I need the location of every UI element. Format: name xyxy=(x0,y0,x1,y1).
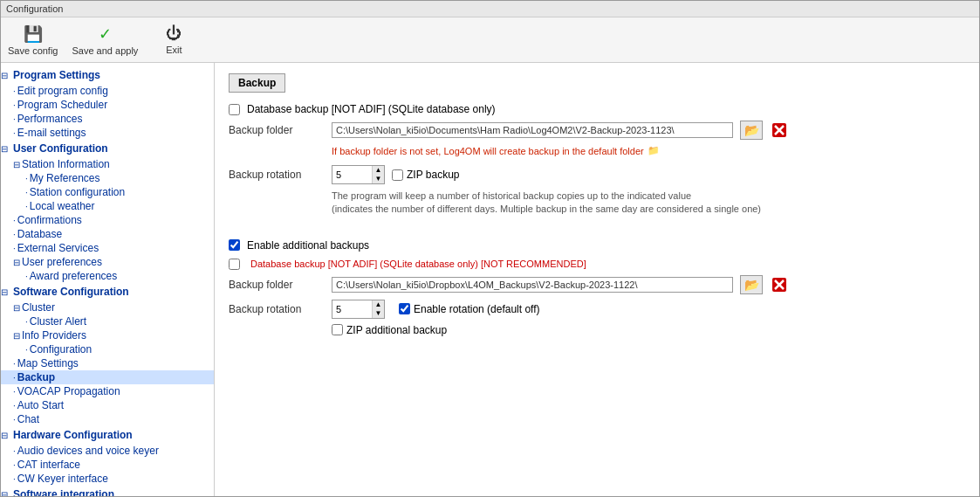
sidebar-item-hardware-configuration[interactable]: ⊟ Hardware Configuration xyxy=(1,426,214,444)
hint-text: If backup folder is not set, Log4OM will… xyxy=(332,145,965,156)
sidebar-label-cw-keyer[interactable]: CW Keyer interface xyxy=(17,473,108,485)
sidebar-label-audio-devices[interactable]: Audio devices and voice keyer xyxy=(17,445,159,457)
sidebar-label-my-references[interactable]: My References xyxy=(30,172,100,184)
sidebar-label-auto-start[interactable]: Auto Start xyxy=(17,399,64,411)
spin-down-button[interactable]: ▼ xyxy=(372,175,384,183)
sidebar-label-user-configuration[interactable]: User Configuration xyxy=(10,141,112,156)
sidebar-item-local-weather[interactable]: · Local weather xyxy=(1,199,214,213)
sidebar-label-configuration[interactable]: Configuration xyxy=(30,343,92,355)
sidebar-label-backup[interactable]: Backup xyxy=(17,371,55,383)
enable-additional-label: Enable additional backups xyxy=(247,239,369,252)
db-backup-checkbox[interactable] xyxy=(229,104,240,115)
sidebar-item-station-configuration[interactable]: · Station configuration xyxy=(1,185,214,199)
sidebar-label-local-weather[interactable]: Local weather xyxy=(30,200,95,212)
save-config-button[interactable]: 💾 Save config xyxy=(8,24,58,56)
sidebar-item-auto-start[interactable]: · Auto Start xyxy=(1,398,214,412)
sidebar-item-program-settings[interactable]: ⊟ Program Settings xyxy=(1,66,214,84)
tree-dot-icon: · xyxy=(13,387,16,397)
sidebar-item-audio-devices[interactable]: · Audio devices and voice keyer xyxy=(1,444,214,458)
save-apply-button[interactable]: ✓ Save and apply xyxy=(72,24,138,56)
sidebar-item-performances[interactable]: · Performances xyxy=(1,112,214,126)
sidebar-item-station-information[interactable]: ⊟ Station Information xyxy=(1,157,214,171)
sidebar-item-software-integration[interactable]: ⊟ Software integration xyxy=(1,486,214,496)
sidebar-label-external-services[interactable]: External Services xyxy=(17,242,99,254)
additional-db-backup-label: Database backup [NOT ADIF] (SQLite datab… xyxy=(250,259,586,269)
sidebar-label-cluster[interactable]: Cluster xyxy=(22,301,55,314)
info-line1: The program will keep a number of histor… xyxy=(332,190,965,203)
sidebar-item-configuration[interactable]: · Configuration xyxy=(1,342,214,356)
sidebar-label-program-settings[interactable]: Program Settings xyxy=(10,67,104,83)
sidebar-label-program-scheduler[interactable]: Program Scheduler xyxy=(17,99,107,111)
sidebar-label-confirmations[interactable]: Confirmations xyxy=(17,214,82,226)
sidebar-label-station-configuration[interactable]: Station configuration xyxy=(30,186,125,198)
tree-dot-icon: · xyxy=(25,317,28,327)
sidebar-label-chat[interactable]: Chat xyxy=(17,413,39,425)
sidebar-item-my-references[interactable]: · My References xyxy=(1,171,214,185)
additional-rotation-row: Backup rotation ▲ ▼ Enable rotation (def… xyxy=(229,300,965,319)
sidebar-label-email-settings[interactable]: E-mail settings xyxy=(17,127,86,139)
hint-folder-icon: 📁 xyxy=(648,145,660,156)
sidebar-label-voacap[interactable]: VOACAP Propagation xyxy=(17,385,120,397)
sidebar-label-performances[interactable]: Performances xyxy=(17,113,83,125)
exit-button[interactable]: ⏻ Exit xyxy=(152,24,195,55)
sidebar-item-user-preferences[interactable]: ⊟ User preferences xyxy=(1,255,214,269)
sidebar-label-info-providers[interactable]: Info Providers xyxy=(22,329,86,342)
browse-folder-button[interactable]: 📂 xyxy=(740,121,763,140)
sidebar-label-cat-interface[interactable]: CAT interface xyxy=(17,459,80,471)
spin-up-button[interactable]: ▲ xyxy=(372,166,384,175)
sidebar-label-software-integration[interactable]: Software integration xyxy=(10,487,118,496)
sidebar-item-email-settings[interactable]: · E-mail settings xyxy=(1,126,214,140)
sidebar-label-software-configuration[interactable]: Software Configuration xyxy=(10,284,133,300)
sidebar-label-map-settings[interactable]: Map Settings xyxy=(17,357,79,369)
sidebar-label-edit-program-config[interactable]: Edit program config xyxy=(17,85,108,97)
sidebar-item-software-configuration[interactable]: ⊟ Software Configuration xyxy=(1,283,214,300)
sidebar-item-external-services[interactable]: · External Services xyxy=(1,241,214,255)
sidebar-label-cluster-alert[interactable]: Cluster Alert xyxy=(30,315,86,328)
rotation-input[interactable] xyxy=(332,168,372,182)
sidebar-label-user-preferences[interactable]: User preferences xyxy=(22,256,102,268)
sidebar-label-hardware-configuration[interactable]: Hardware Configuration xyxy=(10,427,136,443)
sidebar-item-cluster[interactable]: ⊟ Cluster xyxy=(1,300,214,314)
sidebar-label-database[interactable]: Database xyxy=(17,228,62,240)
sidebar-item-cw-keyer[interactable]: · CW Keyer interface xyxy=(1,472,214,486)
sidebar-item-map-settings[interactable]: · Map Settings xyxy=(1,356,214,370)
sidebar-label-award-preferences[interactable]: Award preferences xyxy=(30,270,118,282)
additional-db-backup-checkbox[interactable] xyxy=(229,259,240,270)
enable-rotation-checkbox[interactable] xyxy=(399,303,410,314)
delete-folder-button[interactable] xyxy=(770,121,789,140)
sidebar: ⊟ Program Settings · Edit program config… xyxy=(1,63,215,496)
sidebar-item-info-providers[interactable]: ⊟ Info Providers xyxy=(1,328,214,342)
save-config-label: Save config xyxy=(8,45,58,56)
sidebar-item-cluster-alert[interactable]: · Cluster Alert xyxy=(1,314,214,328)
backup-folder-input[interactable] xyxy=(332,122,733,138)
additional-delete-button[interactable] xyxy=(770,275,789,294)
sidebar-item-program-scheduler[interactable]: · Program Scheduler xyxy=(1,98,214,112)
additional-folder-input[interactable] xyxy=(332,277,733,293)
tree-dot-icon: · xyxy=(13,86,16,96)
additional-spin-up-button[interactable]: ▲ xyxy=(372,300,384,309)
sidebar-label-station-information[interactable]: Station Information xyxy=(22,158,110,170)
sidebar-item-backup[interactable]: · Backup xyxy=(1,370,214,384)
sidebar-item-voacap[interactable]: · VOACAP Propagation xyxy=(1,384,214,398)
sidebar-item-database[interactable]: · Database xyxy=(1,227,214,241)
zip-backup-checkbox[interactable] xyxy=(392,169,403,181)
zip-additional-checkbox[interactable] xyxy=(332,324,343,335)
sidebar-item-award-preferences[interactable]: · Award preferences xyxy=(1,269,214,283)
save-apply-label: Save and apply xyxy=(72,45,138,56)
collapse-icon: ⊟ xyxy=(1,144,8,154)
additional-spin-down-button[interactable]: ▼ xyxy=(372,309,384,318)
tree-dot-icon: · xyxy=(13,244,16,253)
enable-additional-checkbox[interactable] xyxy=(229,239,240,251)
sidebar-item-user-configuration[interactable]: ⊟ User Configuration xyxy=(1,140,214,157)
tree-dot-icon: · xyxy=(25,188,28,197)
sidebar-item-edit-program-config[interactable]: · Edit program config xyxy=(1,84,214,98)
sidebar-item-confirmations[interactable]: · Confirmations xyxy=(1,213,214,227)
sidebar-item-chat[interactable]: · Chat xyxy=(1,412,214,426)
additional-rotation-input[interactable] xyxy=(332,302,372,316)
tree-dot-icon: · xyxy=(13,100,16,110)
content-panel: Backup Database backup [NOT ADIF] (SQLit… xyxy=(215,63,979,496)
title-bar: Configuration xyxy=(1,1,979,17)
sidebar-item-cat-interface[interactable]: · CAT interface xyxy=(1,458,214,472)
info-text: The program will keep a number of histor… xyxy=(332,190,965,217)
additional-browse-button[interactable]: 📂 xyxy=(740,275,763,294)
